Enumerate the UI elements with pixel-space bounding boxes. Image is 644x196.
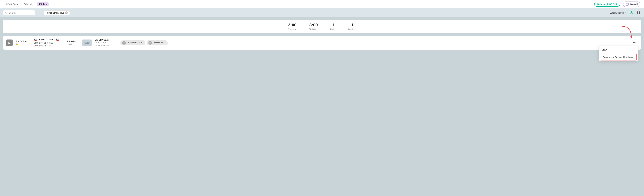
flight-time-line1: 14:00-17:00 CEST•3:00 — [34, 42, 64, 44]
grid-icon — [637, 11, 640, 14]
search-input[interactable] — [9, 12, 33, 14]
filter-chip-close[interactable]: ✕ — [65, 12, 68, 14]
overall-button[interactable]: Overall — [623, 2, 640, 7]
dropdown-copy-logbook-item[interactable]: Copy to my Personal Logbook — [600, 54, 637, 60]
stat-block-time: 3:00 Block time — [282, 22, 303, 30]
aircraft-column: OK-OLV•C172 TACH: 38,505 TT: 3,430:28•51… — [95, 38, 117, 47]
stat-flight-time: 3:00 Flight time — [303, 22, 324, 30]
flight-row: D Tue 04 Jun 🔒 🇨🇿 LKMB → LKLT 🇨🇿 14:00-1… — [3, 36, 641, 50]
nav-item-schedule[interactable]: Schedule — [22, 2, 36, 6]
flight-duration-column: 3:00•1☀ G•VFR — [67, 40, 79, 46]
crew-avatar-pic: RP — [148, 41, 152, 45]
dropdown-view-item[interactable]: View — [599, 46, 638, 53]
balance-button[interactable]: Balance: 4,500 EUR — [594, 2, 620, 7]
landings-value: 1 — [351, 22, 354, 28]
stat-landings: 1 Landings — [342, 22, 362, 30]
flight-time-value: 3:00 — [309, 22, 318, 28]
svg-rect-4 — [638, 12, 640, 13]
tt-line: TT: 3,430:28•5146 — [95, 44, 117, 47]
filter-chip-label: Romana Polachova — [46, 12, 64, 14]
flight-route-column: 🇨🇿 LKMB → LKLT 🇨🇿 14:00-17:00 CEST•3:00 … — [34, 38, 64, 47]
flight-lock-icon: 🔒 — [16, 43, 18, 46]
clock-button[interactable] — [629, 10, 634, 16]
destination-flag: 🇨🇿 — [56, 38, 59, 41]
calendar-icon — [626, 3, 629, 6]
flight-badge: D — [6, 40, 13, 46]
flight-time-label: Flight time — [309, 28, 318, 30]
svg-rect-3 — [637, 12, 638, 13]
flight-date-column: Tue 04 Jun 🔒 — [16, 40, 31, 46]
svg-point-8 — [84, 42, 90, 44]
flight-duration-value: 3:00•1☀ — [67, 40, 79, 43]
search-input-wrapper[interactable] — [3, 10, 35, 16]
overall-label: Overall — [630, 3, 638, 6]
block-time-label: Block time — [288, 28, 297, 30]
top-navigation: Info & Docs Schedule Flights Balance: 4,… — [0, 0, 644, 8]
origin-code: LKMB — [38, 38, 45, 41]
grid-view-button[interactable] — [636, 10, 641, 16]
filter-chip-romana[interactable]: Romana Polachova ✕ — [44, 10, 70, 15]
flight-date: Tue 04 Jun — [16, 40, 26, 42]
crew-name-client: Polachova•CLIENT — [127, 42, 144, 44]
origin-flag: 🇨🇿 — [34, 38, 37, 41]
aircraft-image — [82, 40, 92, 46]
flight-route: 🇨🇿 LKMB → LKLT 🇨🇿 — [34, 38, 64, 41]
svg-rect-6 — [638, 13, 640, 14]
tach-line: TACH: 38,505 — [95, 41, 117, 44]
destination-code: LKLT — [49, 38, 55, 41]
nav-item-flights[interactable]: Flights — [37, 2, 49, 6]
search-bar: Romana Polachova ✕ Europe/Prague ▼ — [0, 8, 644, 17]
landings-label: Landings — [348, 28, 356, 30]
timezone-selector[interactable]: Europe/Prague ▼ — [610, 12, 626, 14]
block-time-value: 3:00 — [288, 22, 296, 28]
dropdown-menu: View Copy to my Personal Logbook — [599, 46, 638, 61]
filter-icon — [38, 12, 41, 14]
more-options-button[interactable]: ••• — [632, 40, 638, 45]
clock-icon — [630, 11, 633, 14]
svg-point-9 — [85, 42, 86, 43]
crew-chip-pic: RP Polachova•PIC — [146, 40, 168, 46]
search-icon — [5, 12, 8, 14]
stat-flights: 1 Flights — [324, 22, 342, 30]
timezone-caret-icon: ▼ — [624, 12, 626, 14]
crew-avatar-client: RP — [122, 41, 126, 45]
plane-svg — [83, 40, 90, 45]
arrow-down-right-indicator — [621, 25, 633, 38]
svg-rect-0 — [626, 3, 628, 6]
main-content: 3:00 Block time 3:00 Flight time 1 Fligh… — [0, 17, 644, 52]
svg-point-10 — [86, 42, 86, 43]
crew-chip-client: RP Polachova•CLIENT — [120, 40, 146, 46]
flight-times: 14:00-17:00 CEST•3:00 14:00-17:00 CEST•3… — [34, 42, 64, 47]
svg-rect-5 — [637, 13, 638, 14]
flights-label: Flights — [330, 28, 336, 30]
route-arrow-icon: → — [46, 38, 48, 41]
sun-icon: ☀ — [74, 41, 76, 43]
crew-chips: RP Polachova•CLIENT RP Polachova•PIC — [120, 40, 168, 46]
aircraft-details: TACH: 38,505 TT: 3,430:28•5146 — [95, 41, 117, 47]
svg-marker-7 — [630, 36, 632, 38]
stats-card: 3:00 Block time 3:00 Flight time 1 Fligh… — [3, 20, 641, 33]
timezone-label: Europe/Prague — [610, 12, 624, 14]
filter-button[interactable] — [37, 11, 42, 15]
flight-vfr-label: G•VFR — [67, 43, 79, 46]
crew-name-pic: Polachova•PIC — [153, 42, 166, 44]
nav-item-info-docs[interactable]: Info & Docs — [4, 2, 20, 6]
flights-value: 1 — [332, 22, 334, 28]
flight-time-line2: 14:00-17:00 CEST•3:00 — [34, 44, 64, 47]
aircraft-name: OK-OLV•C172 — [95, 38, 117, 41]
